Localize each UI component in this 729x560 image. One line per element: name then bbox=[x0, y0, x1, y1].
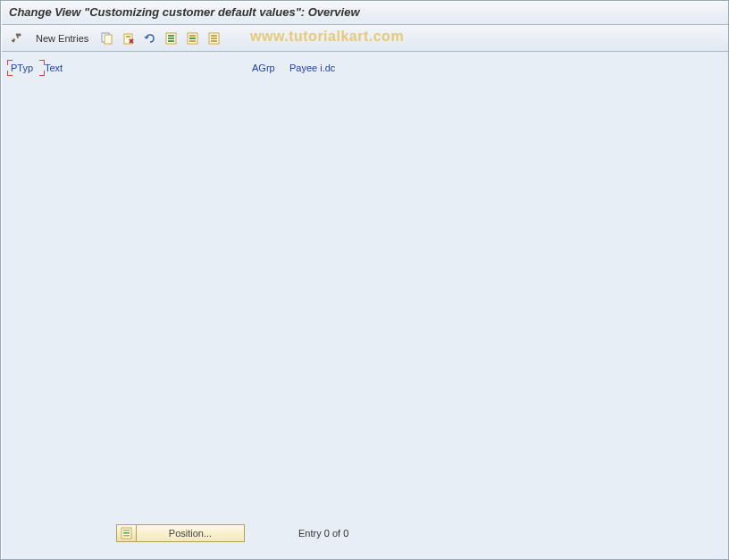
svg-rect-15 bbox=[211, 40, 217, 42]
copy-icon[interactable] bbox=[99, 30, 115, 46]
svg-rect-13 bbox=[211, 35, 217, 37]
position-label: Position... bbox=[137, 528, 244, 539]
column-headers: PTyp Text AGrp Payee i.dc bbox=[11, 63, 718, 73]
column-header-payee[interactable]: Payee i.dc bbox=[289, 63, 379, 73]
svg-rect-7 bbox=[168, 40, 174, 42]
svg-rect-18 bbox=[123, 532, 130, 534]
svg-rect-3 bbox=[126, 36, 130, 38]
svg-rect-11 bbox=[189, 40, 196, 42]
svg-rect-10 bbox=[189, 38, 196, 39]
column-label: Text bbox=[45, 63, 63, 73]
deselect-all-icon[interactable] bbox=[206, 30, 222, 46]
watermark-text: www.tutorialkart.com bbox=[250, 29, 404, 45]
entry-count-text: Entry 0 of 0 bbox=[298, 528, 348, 539]
delete-icon[interactable] bbox=[121, 30, 137, 46]
column-label: PTyp bbox=[11, 63, 33, 73]
column-header-agrp[interactable]: AGrp bbox=[252, 63, 288, 73]
position-icon bbox=[117, 525, 137, 541]
svg-rect-14 bbox=[211, 38, 217, 39]
svg-rect-6 bbox=[168, 38, 174, 39]
column-header-text[interactable]: Text bbox=[45, 63, 250, 73]
svg-rect-9 bbox=[189, 35, 196, 37]
svg-rect-19 bbox=[123, 535, 130, 537]
title-bar: Change View "Customizing customer defaul… bbox=[0, 0, 729, 25]
position-button[interactable]: Position... bbox=[116, 524, 245, 542]
column-header-ptyp[interactable]: PTyp bbox=[11, 63, 43, 73]
undo-icon[interactable] bbox=[142, 30, 158, 46]
page-title: Change View "Customizing customer defaul… bbox=[9, 5, 360, 19]
new-entries-button[interactable]: New Entries bbox=[30, 31, 94, 46]
svg-rect-17 bbox=[123, 530, 130, 531]
column-label: Payee i.dc bbox=[289, 63, 335, 73]
svg-rect-1 bbox=[105, 35, 112, 44]
select-all-icon[interactable] bbox=[163, 30, 180, 46]
toggle-icon[interactable] bbox=[9, 30, 25, 46]
column-label: AGrp bbox=[252, 63, 275, 73]
svg-rect-5 bbox=[168, 35, 174, 37]
select-block-icon[interactable] bbox=[185, 30, 201, 46]
bottom-bar: Position... Entry 0 of 0 bbox=[116, 524, 348, 542]
content-area: PTyp Text AGrp Payee i.dc Position... En… bbox=[0, 52, 729, 560]
toolbar: New Entries bbox=[0, 25, 729, 52]
